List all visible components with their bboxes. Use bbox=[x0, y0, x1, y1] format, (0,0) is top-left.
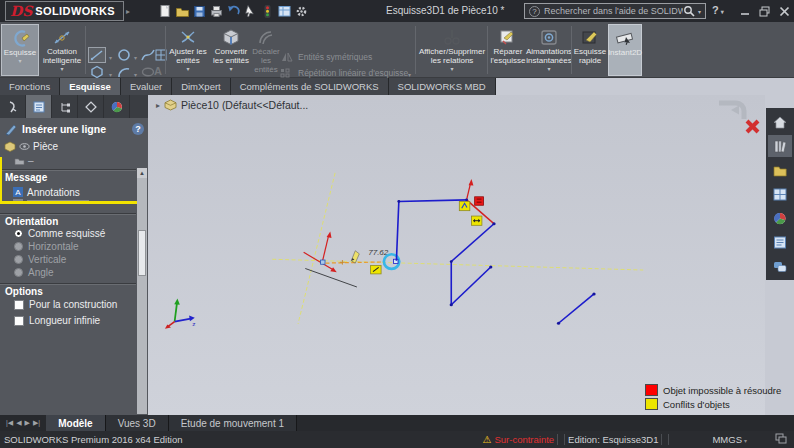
options-gear-button[interactable] bbox=[294, 4, 309, 19]
sketch-vertices[interactable] bbox=[397, 198, 595, 324]
panel-scrollbar[interactable]: ▲ bbox=[137, 168, 147, 414]
smart-dimension-dropdown[interactable]: ▾ bbox=[60, 66, 63, 73]
display-pane-button[interactable] bbox=[277, 4, 292, 19]
sketch-button[interactable]: Esquisse ▾ bbox=[1, 24, 39, 76]
restore-button[interactable] bbox=[757, 5, 771, 17]
ds-logo-icon: DS bbox=[10, 3, 32, 19]
tab-evaluer[interactable]: Evaluer bbox=[121, 78, 172, 95]
expand-arrow-icon[interactable]: ▸ bbox=[156, 101, 160, 110]
radio-comme-esquisse[interactable]: Comme esquissé bbox=[14, 228, 105, 239]
circle-tool-button[interactable] bbox=[116, 48, 132, 64]
radio-icon[interactable] bbox=[14, 229, 23, 238]
sketch-polyline[interactable] bbox=[396, 200, 594, 323]
property-manager-tab[interactable] bbox=[26, 95, 52, 118]
display-manager-tab[interactable] bbox=[104, 95, 130, 118]
search-icon[interactable] bbox=[683, 5, 696, 18]
checkbox-icon[interactable] bbox=[14, 316, 24, 326]
repair-sketch-button[interactable]: Réparer l'esquisse bbox=[489, 24, 527, 76]
open-button[interactable] bbox=[175, 4, 190, 19]
search-input[interactable]: Rechercher dans l'aide de SOLIDWORKS bbox=[544, 6, 683, 16]
new-document-button[interactable] bbox=[158, 4, 173, 19]
trim-entities-button[interactable]: Ajuster les entités ▾ bbox=[167, 24, 209, 76]
convert-entities-button[interactable]: Convertir les entités ▾ bbox=[210, 24, 252, 76]
view-palette-tab[interactable] bbox=[768, 183, 792, 205]
legend-yellow-swatch bbox=[645, 398, 658, 410]
close-button[interactable] bbox=[777, 5, 791, 17]
search-box[interactable]: ? Rechercher dans l'aide de SOLIDWORKS bbox=[524, 3, 706, 19]
circle-tool-dropdown[interactable] bbox=[132, 51, 137, 62]
model-tab[interactable]: Modèle bbox=[46, 415, 105, 431]
rebuild-traffic-light-button[interactable] bbox=[260, 4, 275, 19]
appearances-tab[interactable] bbox=[768, 207, 792, 229]
construction-axis-diagonal[interactable] bbox=[298, 173, 335, 324]
exit-sketch-icon[interactable] bbox=[719, 103, 744, 119]
scroll-last-icon[interactable]: ▶| bbox=[33, 419, 40, 427]
sketch-canvas[interactable]: 77.62 bbox=[148, 95, 765, 415]
instant2d-button[interactable]: Instant2D bbox=[608, 24, 642, 76]
save-button[interactable] bbox=[192, 4, 207, 19]
relation-badge-conflict-2[interactable] bbox=[471, 216, 481, 225]
tree-item-part[interactable]: Pièce bbox=[4, 141, 58, 152]
exit-sketch-arrow[interactable] bbox=[731, 106, 739, 115]
relation-badge-coincident[interactable] bbox=[371, 265, 381, 273]
trim-entities-dropdown[interactable]: ▾ bbox=[186, 66, 189, 73]
tab-solidworks-mbd[interactable]: SOLIDWORKS MBD bbox=[389, 78, 496, 95]
dimxpert-manager-tab[interactable] bbox=[78, 95, 104, 118]
sketch-dropdown[interactable]: ▾ bbox=[18, 58, 21, 65]
relation-badge-conflict-1[interactable] bbox=[459, 201, 469, 210]
select-cursor-button[interactable] bbox=[243, 4, 258, 19]
checkbox-icon[interactable] bbox=[14, 300, 24, 310]
sketch-status-legend: Objet impossible à résoudre Conflits d'o… bbox=[645, 383, 765, 411]
scrollbar-thumb[interactable] bbox=[138, 230, 146, 276]
file-explorer-tab[interactable] bbox=[768, 159, 792, 181]
display-relations-button[interactable]: Afficher/Supprimer les relations ▾ bbox=[417, 24, 487, 76]
cancel-sketch-icon[interactable] bbox=[747, 121, 758, 132]
status-pane-icon[interactable] bbox=[775, 433, 788, 446]
units-selector[interactable]: MMGS bbox=[712, 434, 747, 445]
views-3d-tab[interactable]: Vues 3D bbox=[106, 415, 169, 431]
display-relations-icon bbox=[442, 27, 462, 47]
instant-snaps-dropdown[interactable]: ▾ bbox=[547, 66, 550, 73]
search-scope-dropdown[interactable] bbox=[696, 6, 701, 17]
scroll-prev-icon[interactable]: ◀ bbox=[16, 419, 21, 427]
configuration-manager-tab[interactable] bbox=[52, 95, 78, 118]
custom-properties-tab[interactable] bbox=[768, 231, 792, 253]
sketch-origin[interactable] bbox=[304, 231, 357, 287]
viewport-tree-label[interactable]: ▸ Pièce10 (Défaut<<Défaut... bbox=[156, 99, 308, 111]
line-tool-button[interactable] bbox=[88, 47, 106, 63]
error-badge[interactable] bbox=[475, 197, 484, 205]
tree-item-history[interactable]: – bbox=[14, 155, 34, 166]
tab-fonctions[interactable]: Fonctions bbox=[0, 78, 60, 95]
graphics-area[interactable]: 77.62 bbox=[148, 95, 765, 415]
scroll-next-icon[interactable]: ▶ bbox=[25, 419, 30, 427]
checkbox-construction[interactable]: Pour la construction bbox=[14, 299, 117, 310]
tab-esquisse[interactable]: Esquisse bbox=[60, 78, 121, 95]
ribbon: Esquisse ▾ Cotation intelligente ▾ A bbox=[0, 22, 794, 78]
feature-manager-tab[interactable] bbox=[0, 95, 26, 118]
checkbox-longueur-infinie[interactable]: Longueur infinie bbox=[14, 315, 100, 326]
minimize-button[interactable] bbox=[738, 5, 752, 17]
tab-complements[interactable]: Compléments de SOLIDWORKS bbox=[231, 78, 389, 95]
panel-help-icon[interactable]: ? bbox=[132, 123, 144, 135]
motion-study-tab[interactable]: Etude de mouvement 1 bbox=[169, 415, 297, 431]
convert-entities-dropdown[interactable]: ▾ bbox=[229, 66, 232, 73]
construction-axis-horizontal[interactable] bbox=[272, 259, 643, 270]
resources-home-tab[interactable] bbox=[768, 111, 792, 133]
instant-snaps-button[interactable]: Aimantations instantanées ▾ bbox=[527, 24, 571, 76]
reference-triad: z bbox=[165, 299, 196, 329]
scroll-first-icon[interactable]: |◀ bbox=[6, 419, 13, 427]
scroll-up-icon[interactable]: ▲ bbox=[137, 168, 147, 178]
quick-sketch-button[interactable]: Esquisse rapide bbox=[573, 24, 607, 76]
undo-button[interactable] bbox=[226, 4, 241, 19]
logo-expand-arrow[interactable]: ▸ bbox=[126, 7, 130, 16]
design-library-tab[interactable] bbox=[768, 135, 792, 157]
forum-tab[interactable] bbox=[768, 255, 792, 277]
print-button[interactable] bbox=[209, 4, 224, 19]
line-tool-dropdown[interactable] bbox=[107, 51, 112, 62]
display-relations-dropdown[interactable]: ▾ bbox=[450, 66, 453, 73]
tab-dimxpert[interactable]: DimXpert bbox=[172, 78, 231, 95]
help-button[interactable]: ? bbox=[712, 4, 724, 16]
smart-dimension-button[interactable]: Cotation intelligente ▾ bbox=[40, 24, 84, 76]
tree-item-annotations[interactable]: A Annotations bbox=[12, 186, 80, 198]
radio-icon bbox=[14, 255, 23, 264]
